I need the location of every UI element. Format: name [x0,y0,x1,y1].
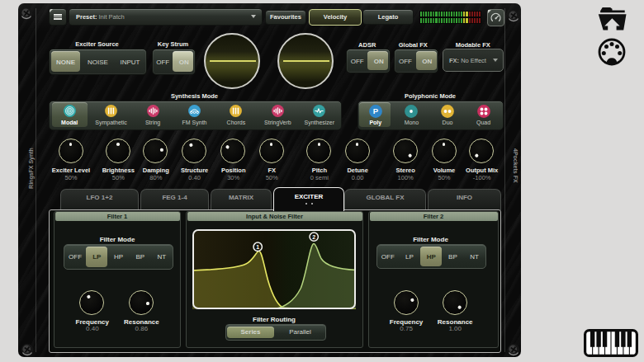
svg-text:1: 1 [256,244,259,250]
svg-text:2: 2 [312,234,315,240]
svg-text:P: P [373,106,379,115]
